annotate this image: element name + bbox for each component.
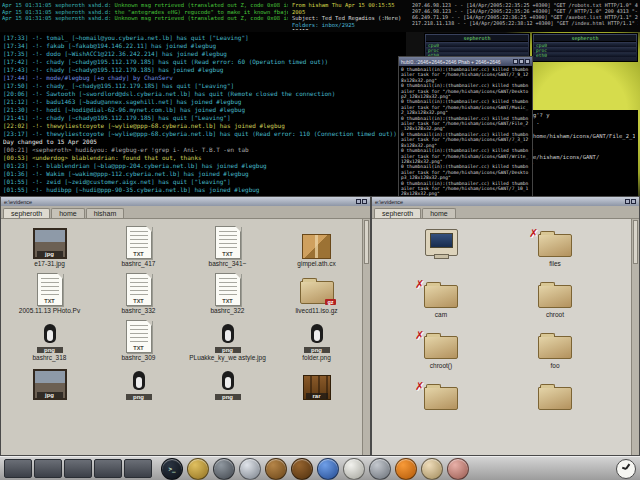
fm-item[interactable]: foo	[498, 325, 612, 369]
tab[interactable]: sepheroth	[3, 208, 50, 218]
fm-item[interactable]: png bashrc_318	[5, 317, 94, 361]
package-icon[interactable]	[187, 458, 209, 480]
fm-tabbar: sepherothhome	[372, 206, 639, 219]
crate-icon[interactable]	[265, 458, 287, 480]
file-type-badge: png	[126, 394, 152, 400]
deleted-emblem-icon: ✗	[415, 329, 424, 342]
scrollbar[interactable]	[362, 219, 370, 455]
folder-icon	[538, 285, 572, 308]
fm-titlebar[interactable]: e:\evidence	[372, 197, 639, 206]
fm-item[interactable]: ✗	[384, 376, 498, 413]
fm-item[interactable]: ✗ chroot()	[384, 325, 498, 369]
file-icon-wrap	[272, 223, 361, 259]
monitor-row: proc	[426, 48, 528, 52]
file-icon: TXT	[126, 226, 152, 259]
file-icon: TXT	[126, 320, 152, 353]
file-label: chroot()	[398, 362, 484, 369]
file-label: bashrc_341~	[185, 260, 271, 267]
file-icon-wrap: png	[183, 364, 272, 400]
fm-item[interactable]: TXT bashrc_322	[183, 270, 272, 314]
fm-item[interactable]: TXT 2005.11.13 PHoto.Pv	[5, 270, 94, 314]
window-thumbnail-2[interactable]	[34, 459, 62, 478]
irc-line: [22:02] -!- thewyliestcoyote [~wylie@ppp…	[3, 122, 403, 130]
tab[interactable]: sepheroth	[374, 208, 421, 218]
thumbnailer-titlebar[interactable]: hubl0..:2646+2646+2646 Phab + 2646+2646	[399, 57, 532, 66]
file-icon-wrap	[384, 223, 498, 259]
fm-body: jpg e17-31.jpg TXT bashrc_417 TXT	[1, 219, 370, 455]
access-log-line: 217.218.11.138 - - [14/Apr/2005:22:38:12…	[412, 20, 638, 26]
system-monitor-right[interactable]: sepheroth cpu0proceth0	[532, 33, 638, 62]
cd-icon[interactable]	[213, 458, 235, 480]
minimize-button[interactable]	[513, 59, 518, 64]
file-type-badge: png	[37, 347, 63, 353]
deleted-emblem-icon: ✗	[415, 278, 424, 291]
file-icon-wrap: rar	[272, 364, 361, 400]
fm-item[interactable]: TXT bashrc_417	[94, 223, 183, 267]
terminal-icon[interactable]: >_	[161, 458, 183, 480]
scrollbar-thumb[interactable]	[633, 220, 638, 264]
syslog-terminal[interactable]: Apr 15 01:31:05 sepheroth sshd.d: Unknow…	[0, 0, 640, 32]
tab[interactable]: hisham	[86, 208, 125, 218]
document-icon[interactable]	[343, 458, 365, 480]
fm-item[interactable]: TXT bashrc_341~	[183, 223, 272, 267]
close-button[interactable]	[362, 199, 367, 204]
window-thumbnail-4[interactable]	[94, 459, 122, 478]
printer-icon[interactable]	[369, 458, 391, 480]
firefox-icon[interactable]	[395, 458, 417, 480]
irc-terminal[interactable]: [17:33] -!- tomal_ [~homail@you.cyberia.…	[0, 32, 406, 196]
fm-item[interactable]: gimpel.ath.cx	[272, 223, 361, 267]
fm-item[interactable]: png PLuakke_ky_we astyle.jpg	[183, 317, 272, 361]
file-icon: TXT	[215, 226, 241, 259]
file-label: bashrc_322	[185, 307, 271, 314]
thumbnailer-line: 0 thumbnail(in):(thumbnailer.cc) killed …	[401, 99, 530, 115]
tab[interactable]: home	[51, 208, 85, 218]
file-icon-wrap: png	[183, 317, 272, 353]
thumbnailer-window[interactable]: hubl0..:2646+2646+2646 Phab + 2646+2646 …	[398, 56, 533, 199]
conch-icon[interactable]	[447, 458, 469, 480]
fm-item[interactable]	[498, 376, 612, 413]
thumbnailer-line: 0 thumbnail(in):(thumbnailer.cc) killed …	[401, 164, 530, 180]
fm-item[interactable]: TXT bashrc_332	[94, 270, 183, 314]
irc-line: [01:36] -!- Wakim [~wakim@ppp-112.cyberi…	[3, 170, 403, 178]
irc-line: Day changed to 15 Apr 2005	[3, 138, 403, 146]
fm-item[interactable]	[384, 223, 498, 267]
tab[interactable]: home	[422, 208, 456, 218]
fm-item[interactable]: jpg e17-31.jpg	[5, 223, 94, 267]
window-thumbnail-3[interactable]	[64, 459, 92, 478]
fm-item[interactable]: png	[183, 364, 272, 401]
fm-body: ✗ files ✗ cam	[372, 219, 639, 455]
disc-icon[interactable]	[239, 458, 261, 480]
thumbnailer-line: 0 thumbnail(in):(thumbnailer.cc) killed …	[401, 132, 530, 148]
minimize-button[interactable]	[625, 199, 630, 204]
fm-item[interactable]: rar	[272, 364, 361, 401]
file-label: PLuakke_ky_we astyle.jpg	[185, 354, 271, 361]
fm-item[interactable]: gz livecd11.iso.gz	[272, 270, 361, 314]
fm-file-grid: ✗ files ✗ cam	[372, 219, 631, 455]
file-icon: rar	[303, 375, 331, 400]
fm-item[interactable]: png	[94, 364, 183, 401]
clock-icon[interactable]	[616, 459, 636, 479]
window-thumbnail-1[interactable]	[4, 459, 32, 478]
globe-icon[interactable]	[317, 458, 339, 480]
shell-icon[interactable]	[421, 458, 443, 480]
fm-titlebar[interactable]: e:\evidence	[1, 197, 370, 206]
close-button[interactable]	[525, 59, 530, 64]
file-icon: jpg	[33, 228, 67, 259]
fm-item[interactable]: ✗ files	[498, 223, 612, 267]
close-button[interactable]	[631, 199, 636, 204]
fm-tabbar: sepherothhomehisham	[1, 206, 370, 219]
monitor-rows: cpu0proceth0	[534, 43, 636, 57]
fm-item[interactable]: jpg	[5, 364, 94, 401]
fm-item[interactable]: chroot	[498, 274, 612, 318]
scrollbar-thumb[interactable]	[364, 220, 369, 264]
scrollbar[interactable]	[631, 219, 639, 455]
maximize-button[interactable]	[519, 59, 524, 64]
fm-item[interactable]: png folder.png	[272, 317, 361, 361]
minimize-button[interactable]	[356, 199, 361, 204]
file-type-badge: TXT	[127, 345, 151, 351]
irc-line: [23:17] -!- thewyliestcoyote [~wylie@ppp…	[3, 130, 403, 138]
fm-item[interactable]: ✗ cam	[384, 274, 498, 318]
fm-item[interactable]: TXT bashrc_309	[94, 317, 183, 361]
window-thumbnail-5[interactable]	[124, 459, 152, 478]
chest-icon[interactable]	[291, 458, 313, 480]
